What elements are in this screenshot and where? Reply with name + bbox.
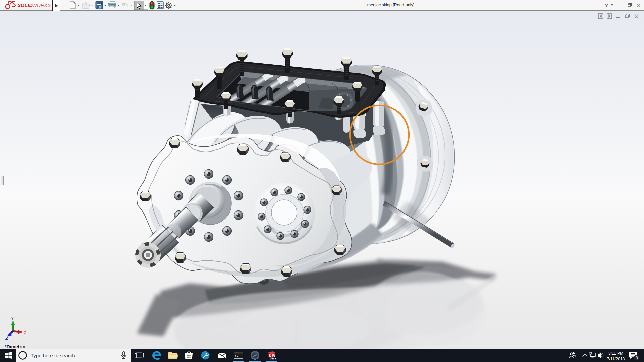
svg-text:2017: 2017 (270, 358, 276, 361)
svg-text:?: ? (605, 2, 608, 8)
svg-text:S: S (269, 354, 271, 358)
svg-text:3: 3 (635, 355, 638, 360)
svg-text:C:\.: C:\. (235, 352, 238, 354)
svg-text:Y: Y (11, 317, 14, 321)
svg-text:X: X (24, 330, 26, 335)
svg-text:W: W (272, 354, 275, 358)
